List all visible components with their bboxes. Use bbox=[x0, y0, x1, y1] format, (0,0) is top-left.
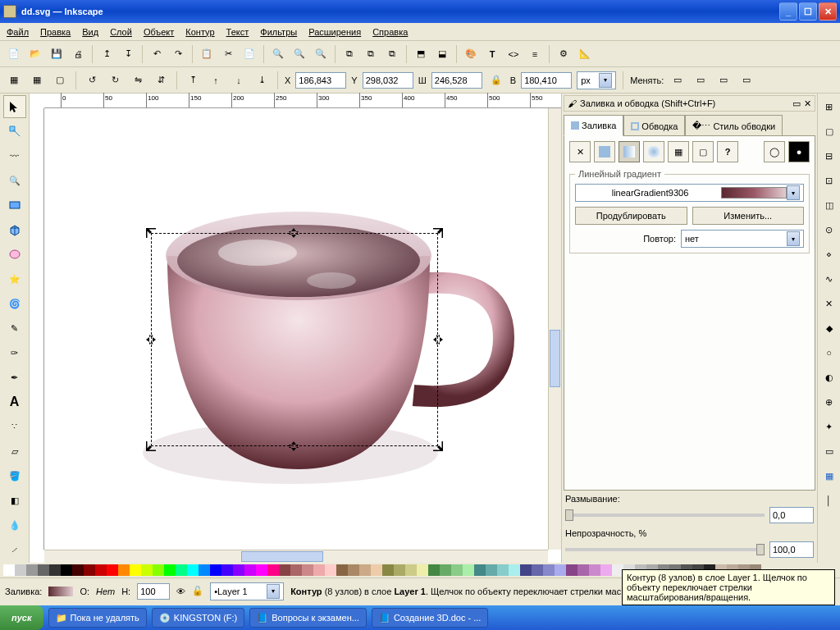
bezier-tool-icon[interactable]: ✑ bbox=[3, 341, 26, 364]
paste-icon[interactable]: 📄 bbox=[240, 45, 258, 63]
snap-enable-icon[interactable]: ⊞ bbox=[818, 95, 841, 118]
flat-color-icon[interactable] bbox=[594, 141, 615, 162]
color-swatch[interactable] bbox=[543, 564, 555, 576]
raise-top-icon[interactable]: ⤒ bbox=[184, 71, 202, 89]
color-swatch[interactable] bbox=[302, 564, 313, 576]
zoom-sel-icon[interactable]: 🔍 bbox=[269, 45, 287, 63]
color-swatch[interactable] bbox=[509, 564, 520, 576]
handle-ne[interactable] bbox=[433, 228, 443, 238]
menu-layer[interactable]: Слой bbox=[110, 27, 132, 37]
docprefs-icon[interactable]: 📐 bbox=[576, 45, 594, 63]
cut-icon[interactable]: ✂ bbox=[219, 45, 237, 63]
snap-page-icon[interactable]: ▭ bbox=[818, 440, 841, 463]
menu-path[interactable]: Контур bbox=[185, 27, 214, 37]
color-swatch[interactable] bbox=[578, 564, 589, 576]
color-swatch[interactable] bbox=[417, 564, 428, 576]
import-icon[interactable]: ↥ bbox=[98, 45, 116, 63]
zoom-page-icon[interactable]: 🔍 bbox=[312, 45, 330, 63]
handle-s[interactable] bbox=[289, 441, 299, 451]
bucket-tool-icon[interactable]: 🪣 bbox=[3, 464, 26, 487]
color-swatch[interactable] bbox=[164, 564, 176, 576]
menu-object[interactable]: Объект bbox=[144, 27, 174, 37]
lower-bottom-icon[interactable]: ⤓ bbox=[253, 71, 271, 89]
color-swatch[interactable] bbox=[325, 564, 336, 576]
nonzero-icon[interactable]: ● bbox=[788, 141, 810, 162]
menu-filters[interactable]: Фильтры bbox=[260, 27, 297, 37]
color-swatch[interactable] bbox=[153, 564, 164, 576]
color-swatch[interactable] bbox=[589, 564, 600, 576]
menu-text[interactable]: Текст bbox=[226, 27, 249, 37]
x-input[interactable] bbox=[295, 72, 346, 89]
menu-ext[interactable]: Расширения bbox=[308, 27, 361, 37]
text-dialog-icon[interactable]: T bbox=[483, 45, 501, 63]
h-input[interactable] bbox=[521, 72, 572, 89]
redo-icon[interactable]: ↷ bbox=[169, 45, 187, 63]
handle-w[interactable] bbox=[146, 335, 156, 345]
menu-view[interactable]: Вид bbox=[82, 27, 98, 37]
minimize-button[interactable]: _ bbox=[779, 2, 797, 21]
menu-edit[interactable]: Правка bbox=[40, 27, 71, 37]
fill-dialog-icon[interactable]: 🎨 bbox=[462, 45, 480, 63]
panel-close-icon[interactable]: ✕ bbox=[804, 98, 811, 109]
snap-rotation-icon[interactable]: ✦ bbox=[818, 415, 841, 438]
tweak-tool-icon[interactable]: 〰 bbox=[3, 144, 26, 167]
color-swatch[interactable] bbox=[267, 564, 279, 576]
color-swatch[interactable] bbox=[3, 564, 15, 576]
lower-icon[interactable]: ↓ bbox=[230, 71, 248, 89]
text-tool-icon[interactable]: A bbox=[3, 390, 26, 413]
3dbox-tool-icon[interactable] bbox=[3, 218, 26, 241]
color-swatch[interactable] bbox=[199, 564, 210, 576]
color-swatch[interactable] bbox=[107, 564, 118, 576]
color-swatch[interactable] bbox=[555, 564, 566, 576]
deselect-icon[interactable]: ▢ bbox=[51, 71, 69, 89]
radial-gradient-icon[interactable] bbox=[643, 141, 664, 162]
color-swatch[interactable] bbox=[371, 564, 382, 576]
handle-nw[interactable] bbox=[146, 228, 156, 238]
task-item[interactable]: 💿 KINGSTON (F:) bbox=[152, 608, 244, 628]
swatch-icon[interactable]: ▢ bbox=[692, 141, 714, 162]
color-swatch[interactable] bbox=[118, 564, 130, 576]
color-swatch[interactable] bbox=[405, 564, 417, 576]
panel-min-icon[interactable]: ▭ bbox=[792, 98, 801, 109]
units-combo[interactable]: px▾ bbox=[577, 71, 616, 89]
color-swatch[interactable] bbox=[463, 564, 474, 576]
snap-objcenter-icon[interactable]: ⊕ bbox=[818, 390, 841, 413]
snap-edgemid-icon[interactable]: ◫ bbox=[818, 194, 841, 217]
copy-icon[interactable]: 📋 bbox=[198, 45, 216, 63]
eraser-tool-icon[interactable]: ▱ bbox=[3, 440, 26, 463]
color-swatch[interactable] bbox=[532, 564, 543, 576]
xml-icon[interactable]: <> bbox=[504, 45, 523, 63]
rotate-cw-icon[interactable]: ↻ bbox=[106, 71, 124, 89]
snap-smooth-icon[interactable]: ○ bbox=[818, 341, 841, 364]
close-button[interactable]: ✕ bbox=[819, 2, 837, 21]
task-item[interactable]: 📁 Пока не удалять bbox=[48, 608, 147, 628]
color-swatch[interactable] bbox=[187, 564, 199, 576]
handle-se[interactable] bbox=[433, 441, 443, 451]
affect-corners-icon[interactable]: ▭ bbox=[692, 71, 710, 89]
undo-icon[interactable]: ↶ bbox=[148, 45, 166, 63]
select-all-layers-icon[interactable]: ▦ bbox=[28, 71, 46, 89]
start-button[interactable]: пуск bbox=[0, 605, 43, 630]
gradient-tool-icon[interactable]: ◧ bbox=[3, 489, 26, 512]
edit-button[interactable]: Изменить... bbox=[692, 207, 805, 225]
menu-help[interactable]: Справка bbox=[372, 27, 408, 37]
color-swatch[interactable] bbox=[210, 564, 221, 576]
handle-sw[interactable] bbox=[146, 441, 156, 451]
zoom-tool-icon[interactable]: 🔍 bbox=[3, 169, 26, 192]
handle-e[interactable] bbox=[433, 335, 443, 345]
gradient-combo[interactable]: linearGradient9306 ▾ bbox=[575, 184, 804, 202]
color-swatch[interactable] bbox=[233, 564, 244, 576]
scrollbar-vertical[interactable] bbox=[548, 108, 561, 550]
color-swatch[interactable] bbox=[84, 564, 95, 576]
tab-stroke-style[interactable]: �⋯Стиль обводки bbox=[685, 115, 783, 136]
opacity-slider[interactable] bbox=[565, 548, 765, 551]
snap-nodes-icon[interactable]: ⋄ bbox=[818, 243, 841, 266]
snap-guide-icon[interactable]: │ bbox=[818, 489, 841, 512]
color-swatch[interactable] bbox=[290, 564, 302, 576]
color-swatch[interactable] bbox=[130, 564, 141, 576]
flip-v-icon[interactable]: ⇵ bbox=[152, 71, 170, 89]
layer-combo[interactable]: •Layer 1▾ bbox=[210, 582, 284, 600]
ellipse-tool-icon[interactable] bbox=[3, 243, 26, 266]
snap-bbox-icon[interactable]: ▢ bbox=[818, 120, 841, 143]
color-swatch[interactable] bbox=[348, 564, 359, 576]
